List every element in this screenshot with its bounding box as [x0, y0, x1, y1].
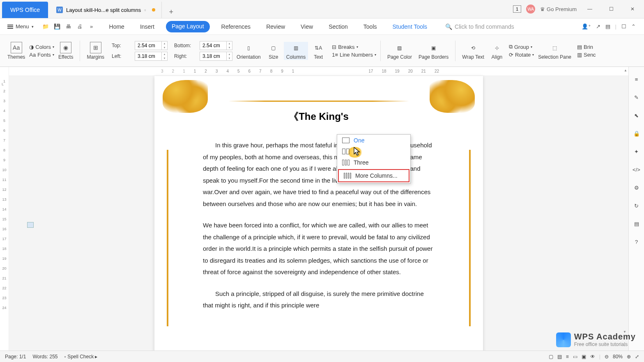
zoom-level[interactable]: 80%	[613, 354, 623, 360]
vertical-ruler[interactable]: L 12345678910111213141516171819202122232…	[0, 67, 9, 351]
translate-icon[interactable]: ✦	[632, 147, 641, 156]
settings-icon[interactable]: ☐	[621, 23, 626, 30]
layout-icon[interactable]: ▤	[605, 23, 610, 30]
window-maximize[interactable]: ☐	[603, 3, 619, 15]
columns-button[interactable]: ▥Columns	[284, 42, 308, 60]
status-spell-check[interactable]: ▫ Spell Check ▸	[64, 354, 98, 360]
menu-button[interactable]: Menu ▾	[4, 22, 37, 31]
tab-home[interactable]: Home	[105, 21, 129, 32]
ruler-corner-label: L	[2, 82, 4, 86]
selection-pane-button[interactable]: ⬚Selection Pane	[536, 42, 574, 60]
vertical-scrollbar[interactable]: ▲ ▼ ◦ ◦	[623, 67, 628, 351]
add-tab-button[interactable]: +	[165, 6, 177, 18]
status-page[interactable]: Page: 1/1	[5, 354, 26, 360]
save-icon[interactable]: 💾	[53, 23, 61, 30]
zoom-out-icon[interactable]: ⊖	[605, 354, 609, 360]
send-icon: ▥	[577, 52, 582, 58]
history-icon[interactable]: ↻	[632, 202, 641, 210]
view-eye-icon[interactable]: 👁	[590, 354, 595, 360]
tab-view[interactable]: View	[297, 21, 317, 32]
document-body[interactable]: In this grave hour, perhaps the most fat…	[179, 140, 458, 312]
text-direction-button[interactable]: ⇅AText	[310, 42, 327, 60]
horizontal-ruler[interactable]: 321 1234567891 171819202122	[9, 67, 628, 76]
search-icon: 🔍	[445, 23, 452, 30]
fit-icon[interactable]: ⤢	[635, 354, 639, 360]
tab-section[interactable]: Section	[324, 21, 352, 32]
tab-references[interactable]: References	[217, 21, 255, 32]
tab-review[interactable]: Review	[262, 21, 289, 32]
margin-bottom-input[interactable]: 2.54 cm▲▼	[200, 41, 232, 50]
tab-page-layout[interactable]: Page Layout	[166, 21, 210, 32]
send-backward-button[interactable]: ▥Senc	[577, 52, 596, 58]
edit-icon[interactable]: ✎	[632, 93, 641, 101]
colors-button[interactable]: ◑Colors▾	[29, 44, 54, 50]
orientation-button[interactable]: ▯Orientation	[234, 42, 263, 60]
document-tab[interactable]: W Layout skill-Ho...e split columns ▫	[50, 2, 162, 18]
line-numbers-button[interactable]: 1≡Line Numbers▾	[332, 52, 376, 58]
document-page[interactable]: 《The King's In this grave hour, perhaps …	[154, 76, 483, 351]
rotate-button[interactable]: ⟳Rotate▾	[509, 52, 534, 58]
view-print-icon[interactable]: ▢	[549, 354, 553, 360]
collapse-ribbon-icon[interactable]: ⌃	[631, 23, 636, 30]
document-area[interactable]: 321 1234567891 171819202122 《The King's …	[9, 67, 628, 351]
view-reading-icon[interactable]: ▭	[573, 354, 577, 360]
wrap-text-button[interactable]: ⟲Wrap Text	[460, 42, 487, 60]
tab-insert[interactable]: Insert	[136, 21, 159, 32]
bring-forward-button[interactable]: ▤Brin	[577, 44, 596, 50]
lock-icon[interactable]: 🔒	[632, 129, 641, 137]
tab-student-tools[interactable]: Student Tools	[389, 21, 432, 32]
page-color-button[interactable]: ▨Page Color	[385, 42, 414, 60]
columns-option-three[interactable]: Three	[337, 157, 410, 168]
user-avatar[interactable]: WA	[526, 5, 535, 14]
themes-group[interactable]: Aa Themes	[5, 42, 28, 60]
paragraph-handle-icon[interactable]	[27, 222, 34, 228]
open-icon[interactable]: 📁	[42, 23, 49, 30]
margins-button[interactable]: ⊞ Margins	[84, 42, 107, 60]
settings-panel-icon[interactable]: ⚙	[632, 183, 641, 192]
page-borders-button[interactable]: ▣Page Borders	[416, 42, 451, 60]
view-web-icon[interactable]: ▤	[557, 354, 562, 360]
window-close[interactable]: ✕	[624, 3, 641, 15]
tab-options-icon[interactable]: ▫	[144, 7, 146, 13]
size-button[interactable]: ▢Size	[265, 42, 282, 60]
breaks-button[interactable]: ⊟Breaks▾	[332, 44, 376, 50]
help-icon[interactable]: ?	[632, 238, 641, 246]
print-preview-icon[interactable]: 🖶	[65, 23, 72, 30]
window-minimize[interactable]: —	[582, 3, 598, 15]
group-button[interactable]: ⧉Group▾	[509, 44, 534, 50]
ribbon-page-layout: Aa Themes ◑Colors▾ AaFonts▾ ◉ Effects ⊞ …	[0, 35, 644, 67]
effects-button[interactable]: ◉ Effects	[56, 42, 76, 60]
view-outline-icon[interactable]: ≡	[566, 354, 569, 360]
columns-option-two[interactable]	[337, 146, 410, 157]
align-button[interactable]: ⊹Align	[488, 42, 506, 60]
status-words[interactable]: Words: 255	[32, 354, 58, 360]
export-icon[interactable]: ↗	[596, 23, 600, 30]
tab-tools[interactable]: Tools	[359, 21, 381, 32]
view-badge[interactable]: 1	[513, 5, 521, 13]
share-icon[interactable]: 👤⁺	[582, 23, 591, 30]
code-icon[interactable]: </>	[632, 165, 641, 174]
print-icon[interactable]: 🖨	[76, 23, 84, 30]
app-button[interactable]: WPS Office	[2, 2, 48, 18]
ribbon-separator	[380, 41, 381, 61]
select-icon[interactable]: ⬉	[632, 111, 641, 119]
outline-icon[interactable]: ▤	[632, 220, 641, 228]
margin-right-input[interactable]: 3.18 cm▲▼	[200, 52, 232, 61]
more-qat-icon[interactable]: »	[88, 23, 95, 30]
watermark-tagline: Free office suite tutorials	[574, 341, 636, 347]
go-premium-button[interactable]: ♛ Go Premium	[540, 6, 577, 12]
scroll-up-icon[interactable]: ▲	[623, 69, 628, 73]
view-focus-icon[interactable]: ▣	[582, 354, 586, 360]
three-column-icon	[342, 160, 350, 165]
margin-top-input[interactable]: 2.54 cm▲▼	[135, 41, 168, 50]
hamburger-panel-icon[interactable]: ≡	[632, 75, 641, 83]
margin-left-input[interactable]: 3.18 cm▲▼	[135, 52, 168, 61]
fonts-button[interactable]: AaFonts▾	[29, 52, 54, 58]
columns-option-more[interactable]: More Columns...	[338, 169, 409, 182]
command-search[interactable]: 🔍 Click to find commands	[445, 23, 514, 30]
margin-bottom-label: Bottom:	[174, 43, 197, 48]
zoom-in-icon[interactable]: ⊕	[627, 354, 631, 360]
page-borders-label: Page Borders	[419, 54, 448, 60]
columns-option-one[interactable]: One	[337, 135, 410, 146]
page-color-icon: ▨	[393, 42, 406, 54]
